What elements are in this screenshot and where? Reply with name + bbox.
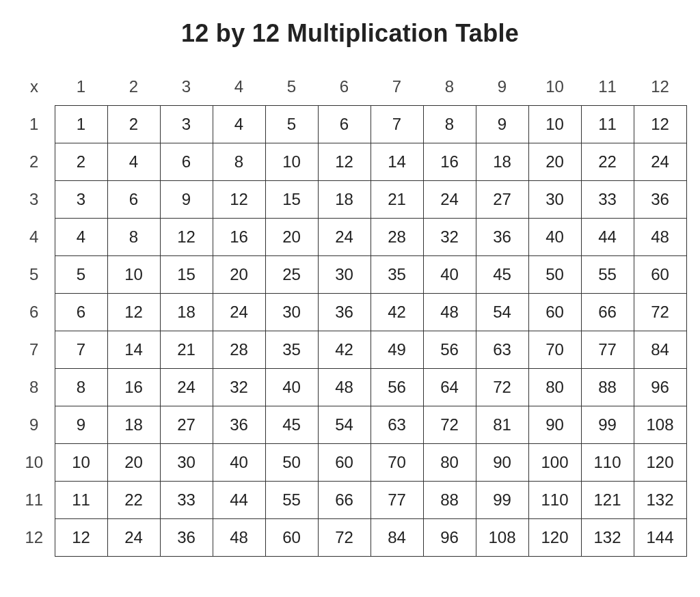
cell: 30 — [160, 444, 213, 482]
col-header: 12 — [634, 68, 686, 106]
cell: 16 — [213, 219, 265, 256]
cell: 132 — [581, 519, 634, 557]
cell: 144 — [634, 519, 686, 557]
cell: 24 — [318, 219, 371, 256]
cell: 18 — [476, 143, 528, 181]
cell: 90 — [528, 406, 581, 444]
cell: 42 — [318, 331, 371, 369]
row-header: 8 — [14, 369, 55, 406]
cell: 121 — [581, 482, 634, 519]
table-row: 4 4 8 12 16 20 24 28 32 36 40 44 48 — [14, 219, 686, 256]
cell: 120 — [528, 519, 581, 557]
cell: 70 — [528, 331, 581, 369]
cell: 77 — [581, 331, 634, 369]
cell: 18 — [318, 181, 371, 219]
cell: 12 — [55, 519, 107, 557]
cell: 36 — [634, 181, 686, 219]
cell: 72 — [634, 294, 686, 331]
col-header: 8 — [423, 68, 476, 106]
cell: 35 — [371, 256, 423, 294]
cell: 56 — [423, 331, 476, 369]
table-row: 10 10 20 30 40 50 60 70 80 90 100 110 12… — [14, 444, 686, 482]
cell: 45 — [265, 406, 318, 444]
cell: 20 — [265, 219, 318, 256]
cell: 6 — [160, 143, 213, 181]
cell: 48 — [213, 519, 265, 557]
row-header: 9 — [14, 406, 55, 444]
cell: 30 — [318, 256, 371, 294]
table-row: 8 8 16 24 32 40 48 56 64 72 80 88 96 — [14, 369, 686, 406]
cell: 72 — [318, 519, 371, 557]
cell: 99 — [581, 406, 634, 444]
cell: 24 — [107, 519, 160, 557]
cell: 60 — [528, 294, 581, 331]
cell: 96 — [634, 369, 686, 406]
cell: 22 — [107, 482, 160, 519]
cell: 27 — [160, 406, 213, 444]
cell: 14 — [371, 143, 423, 181]
cell: 54 — [318, 406, 371, 444]
cell: 24 — [634, 143, 686, 181]
cell: 33 — [160, 482, 213, 519]
cell: 30 — [528, 181, 581, 219]
cell: 28 — [371, 219, 423, 256]
cell: 72 — [476, 369, 528, 406]
col-header: 6 — [318, 68, 371, 106]
table-row: 6 6 12 18 24 30 36 42 48 54 60 66 72 — [14, 294, 686, 331]
cell: 99 — [476, 482, 528, 519]
cell: 21 — [371, 181, 423, 219]
cell: 54 — [476, 294, 528, 331]
cell: 4 — [107, 143, 160, 181]
table-row: 5 5 10 15 20 25 30 35 40 45 50 55 60 — [14, 256, 686, 294]
row-header: 4 — [14, 219, 55, 256]
cell: 22 — [581, 143, 634, 181]
cell: 10 — [107, 256, 160, 294]
cell: 48 — [318, 369, 371, 406]
cell: 50 — [528, 256, 581, 294]
row-header: 5 — [14, 256, 55, 294]
cell: 90 — [476, 444, 528, 482]
cell: 2 — [107, 106, 160, 143]
table-row: 7 7 14 21 28 35 42 49 56 63 70 77 84 — [14, 331, 686, 369]
cell: 3 — [160, 106, 213, 143]
cell: 6 — [318, 106, 371, 143]
cell: 35 — [265, 331, 318, 369]
table-row: 9 9 18 27 36 45 54 63 72 81 90 99 108 — [14, 406, 686, 444]
row-header: 1 — [14, 106, 55, 143]
row-header: 11 — [14, 482, 55, 519]
cell: 4 — [55, 219, 107, 256]
cell: 36 — [476, 219, 528, 256]
cell: 55 — [581, 256, 634, 294]
cell: 9 — [160, 181, 213, 219]
cell: 11 — [55, 482, 107, 519]
cell: 72 — [423, 406, 476, 444]
cell: 24 — [423, 181, 476, 219]
cell: 10 — [55, 444, 107, 482]
cell: 8 — [213, 143, 265, 181]
cell: 16 — [423, 143, 476, 181]
cell: 28 — [213, 331, 265, 369]
cell: 11 — [581, 106, 634, 143]
cell: 108 — [634, 406, 686, 444]
cell: 44 — [213, 482, 265, 519]
col-header: 10 — [528, 68, 581, 106]
cell: 1 — [55, 106, 107, 143]
cell: 55 — [265, 482, 318, 519]
cell: 66 — [318, 482, 371, 519]
cell: 132 — [634, 482, 686, 519]
cell: 40 — [423, 256, 476, 294]
cell: 77 — [371, 482, 423, 519]
cell: 40 — [265, 369, 318, 406]
cell: 42 — [371, 294, 423, 331]
cell: 2 — [55, 143, 107, 181]
cell: 9 — [55, 406, 107, 444]
cell: 5 — [55, 256, 107, 294]
cell: 8 — [55, 369, 107, 406]
cell: 50 — [265, 444, 318, 482]
row-header: 7 — [14, 331, 55, 369]
table-row: 11 11 22 33 44 55 66 77 88 99 110 121 13… — [14, 482, 686, 519]
column-header-row: x 1 2 3 4 5 6 7 8 9 10 11 12 — [14, 68, 686, 106]
table-row: 3 3 6 9 12 15 18 21 24 27 30 33 36 — [14, 181, 686, 219]
page-title: 12 by 12 Multiplication Table — [14, 19, 686, 48]
row-header: 10 — [14, 444, 55, 482]
